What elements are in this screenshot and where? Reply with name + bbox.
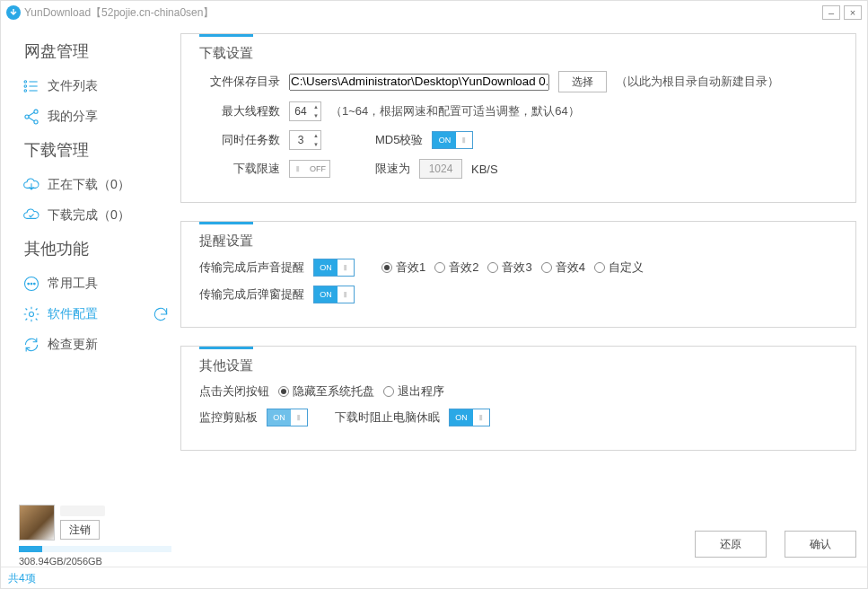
save-dir-hint: （以此为根目录自动新建目录） — [616, 74, 779, 90]
sidebar-item-files[interactable]: 文件列表 — [19, 71, 180, 101]
select-dir-button[interactable]: 选择 — [558, 71, 607, 92]
dots-icon — [19, 275, 44, 293]
grip-icon: ⦀ — [473, 409, 489, 426]
sound-opt-1[interactable]: 音效1 — [381, 259, 425, 276]
svg-point-13 — [28, 283, 30, 285]
titlebar: YunDownload【52pojie.cn-china0sen】 – × — [1, 1, 867, 24]
sleep-toggle[interactable]: ON ⦀ — [449, 409, 490, 426]
sidebar-label: 下载完成（0） — [48, 207, 130, 224]
sidebar-item-done[interactable]: 下载完成（0） — [19, 200, 180, 231]
restore-button[interactable]: 还原 — [695, 531, 767, 558]
grip-icon: ⦀ — [338, 259, 354, 276]
storage-progress — [19, 546, 171, 552]
gear-icon — [19, 305, 44, 323]
sound-opt-custom[interactable]: 自定义 — [594, 259, 644, 276]
close-button[interactable]: × — [844, 5, 862, 20]
up-arrow-icon[interactable]: ▲ — [311, 102, 320, 111]
cloud-done-icon — [19, 207, 44, 224]
threads-hint: （1~64，根据网速和配置可适当调整，默认64） — [330, 103, 580, 119]
close-opt-tray[interactable]: 隐藏至系统托盘 — [278, 383, 374, 400]
md5-label: MD5校验 — [375, 132, 423, 148]
limitdl-label: 下载限速 — [199, 161, 280, 177]
storage-text: 308.94GB/2056GB — [19, 556, 171, 567]
logout-button[interactable]: 注销 — [60, 520, 100, 540]
reload-icon[interactable] — [148, 305, 173, 323]
threads-stepper[interactable]: 64 ▲▼ — [289, 101, 321, 121]
popup-toggle[interactable]: ON ⦀ — [313, 286, 355, 303]
svg-point-15 — [34, 283, 36, 285]
limit-unit: KB/S — [471, 163, 498, 176]
sidebar-item-tools[interactable]: 常用工具 — [19, 268, 180, 299]
panel-notify: 提醒设置 传输完成后声音提醒 ON ⦀ 音效1 音效2 音效3 音效4 自定义 … — [180, 221, 856, 328]
minimize-button[interactable]: – — [822, 5, 840, 20]
up-arrow-icon[interactable]: ▲ — [311, 131, 320, 140]
sidebar-label: 文件列表 — [48, 78, 98, 94]
svg-point-14 — [31, 283, 32, 285]
popup-label: 传输完成后弹窗提醒 — [199, 286, 304, 303]
svg-point-1 — [24, 85, 27, 88]
svg-point-8 — [34, 120, 38, 124]
panel-other: 其他设置 点击关闭按钮 隐藏至系统托盘 退出程序 监控剪贴板 ON ⦀ 下载时阻… — [180, 346, 856, 451]
tasks-stepper[interactable]: 3 ▲▼ — [289, 130, 321, 150]
status-text: 共4项 — [8, 572, 36, 585]
svg-point-7 — [25, 115, 29, 119]
username — [60, 505, 105, 516]
svg-point-2 — [24, 90, 27, 92]
avatar — [19, 505, 55, 541]
sidebar-label: 正在下载（0） — [48, 177, 130, 193]
down-arrow-icon[interactable]: ▼ — [311, 140, 320, 149]
sidebar-item-update[interactable]: 检查更新 — [19, 330, 180, 360]
content: 下载设置 文件保存目录 选择 （以此为根目录自动新建目录） 最大线程数 64 ▲… — [180, 24, 867, 567]
panel-title: 提醒设置 — [199, 233, 837, 250]
sidebar-label: 我的分享 — [48, 109, 98, 125]
svg-point-6 — [34, 110, 38, 113]
cloud-download-icon — [19, 176, 44, 194]
svg-line-10 — [29, 118, 35, 121]
sidebar: 网盘管理 文件列表 我的分享 下载管理 正在下载（0） 下载完成（0） 其他功能… — [1, 24, 180, 567]
refresh-icon — [19, 336, 44, 354]
limitdl-toggle[interactable]: OFF ⦀ — [289, 160, 330, 178]
limit-label: 限速为 — [375, 161, 410, 177]
grip-icon: ⦀ — [291, 409, 307, 426]
down-arrow-icon[interactable]: ▼ — [311, 111, 320, 120]
list-icon — [19, 77, 44, 95]
sidebar-label: 常用工具 — [48, 276, 98, 292]
sidebar-item-config[interactable]: 软件配置 — [19, 299, 180, 330]
save-dir-label: 文件保存目录 — [199, 74, 280, 90]
tasks-label: 同时任务数 — [199, 132, 280, 148]
section-cloud: 网盘管理 — [24, 40, 180, 62]
md5-toggle[interactable]: ON ⦀ — [432, 131, 473, 149]
user-box: 注销 308.94GB/2056GB — [19, 505, 171, 567]
sidebar-item-downloading[interactable]: 正在下载（0） — [19, 170, 180, 200]
panel-download: 下载设置 文件保存目录 选择 （以此为根目录自动新建目录） 最大线程数 64 ▲… — [180, 33, 856, 203]
clip-toggle[interactable]: ON ⦀ — [267, 409, 308, 426]
limit-value[interactable]: 1024 — [419, 159, 462, 179]
sidebar-label: 软件配置 — [48, 306, 98, 322]
sound-opt-4[interactable]: 音效4 — [541, 259, 585, 276]
close-label: 点击关闭按钮 — [199, 383, 269, 400]
sidebar-label: 检查更新 — [48, 337, 98, 353]
svg-point-0 — [24, 81, 27, 84]
sound-label: 传输完成后声音提醒 — [199, 259, 304, 276]
close-opt-exit[interactable]: 退出程序 — [383, 383, 444, 400]
sound-opt-3[interactable]: 音效3 — [487, 259, 531, 276]
clip-label: 监控剪贴板 — [199, 409, 258, 426]
grip-icon: ⦀ — [456, 132, 472, 148]
sound-opt-2[interactable]: 音效2 — [434, 259, 478, 276]
section-other: 其他功能 — [24, 238, 180, 259]
sleep-label: 下载时阻止电脑休眠 — [335, 409, 440, 426]
save-dir-input[interactable] — [289, 74, 549, 91]
sidebar-item-share[interactable]: 我的分享 — [19, 101, 180, 132]
share-icon — [19, 108, 44, 126]
section-download: 下载管理 — [24, 139, 180, 161]
svg-point-16 — [30, 312, 34, 317]
app-logo-icon — [6, 5, 21, 20]
svg-line-9 — [29, 112, 35, 116]
grip-icon: ⦀ — [338, 286, 354, 303]
grip-icon: ⦀ — [290, 161, 306, 177]
window-title: YunDownload【52pojie.cn-china0sen】 — [24, 5, 214, 21]
panel-title: 其他设置 — [199, 357, 837, 374]
sound-toggle[interactable]: ON ⦀ — [313, 259, 355, 277]
statusbar: 共4项 — [1, 567, 867, 588]
ok-button[interactable]: 确认 — [785, 531, 856, 558]
